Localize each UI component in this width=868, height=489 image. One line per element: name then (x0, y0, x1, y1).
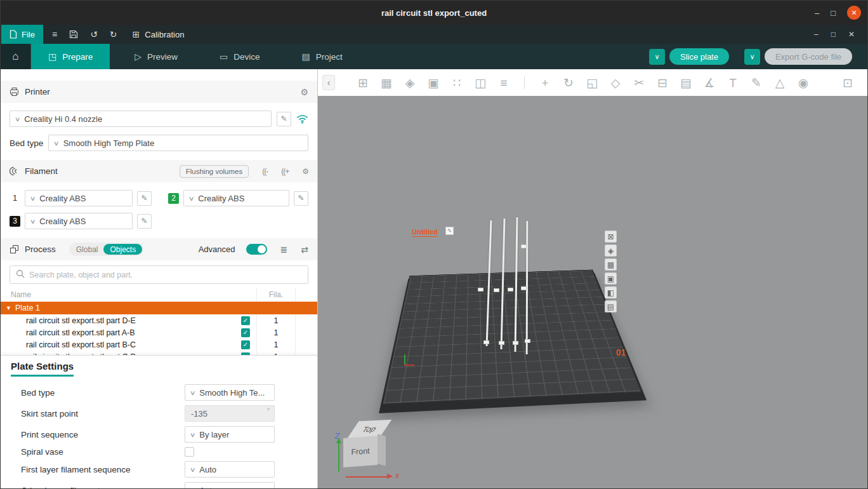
rail-joiner-model[interactable] (483, 340, 489, 344)
merge-icon[interactable]: ◫ (473, 77, 487, 89)
save-icon[interactable] (69, 30, 78, 39)
rail-joiner-model[interactable] (521, 286, 527, 290)
orientation-cube[interactable]: Top Front Z x (334, 415, 417, 486)
assembly-view-icon[interactable]: ⊡ (841, 77, 855, 89)
collapse-panel-button[interactable]: ‹ (322, 75, 335, 90)
export-gcode-button[interactable]: Export G-code file (765, 48, 852, 65)
plate-name-icon[interactable]: ▤ (605, 300, 617, 312)
tab-prepare[interactable]: ◳ Prepare (31, 44, 110, 69)
rail-joiner-model[interactable] (508, 288, 513, 291)
object-visible-checkbox[interactable]: ✓ (241, 316, 250, 325)
align-icon[interactable]: ≡ (497, 77, 511, 89)
rail-joiner-model[interactable] (499, 341, 504, 345)
cube-face-front[interactable]: Front (343, 436, 378, 467)
window-close-button[interactable]: ✕ (847, 6, 861, 20)
split-icon[interactable]: ⊟ (655, 77, 669, 89)
window-minimize-button[interactable]: – (815, 8, 819, 18)
printer-select[interactable]: ∨ Creality Hi 0.4 nozzle (10, 111, 272, 127)
scale-icon[interactable]: ◱ (585, 77, 599, 89)
parameter-list-icon[interactable]: ≣ (280, 245, 288, 255)
advanced-toggle[interactable] (246, 244, 267, 255)
scope-objects-button[interactable]: Objects (103, 244, 142, 255)
wifi-icon[interactable] (296, 114, 308, 124)
object-visible-checkbox[interactable]: ✓ (241, 352, 250, 356)
auto-orient-icon[interactable]: ◈ (403, 77, 417, 89)
lock-plate-icon[interactable]: ◧ (605, 286, 617, 298)
file-list-icon[interactable]: ≡ (52, 29, 57, 39)
clone-icon[interactable]: ∷ (450, 77, 464, 89)
tab-project[interactable]: ▤ Project (285, 44, 360, 69)
ps-bed-type-select[interactable]: ∨ Smooth High Te... (185, 384, 275, 401)
tab-preview[interactable]: ▷ Preview (117, 44, 195, 69)
compare-presets-icon[interactable]: ⇄ (301, 245, 308, 255)
object-row[interactable]: rail circuit stl export.stl part A-B ✓ 1 (1, 326, 317, 338)
collapse-triangle-icon[interactable]: ▼ (6, 305, 11, 311)
add-model-icon[interactable]: ⊞ (356, 77, 370, 89)
rail-joiner-model[interactable] (494, 288, 499, 292)
plate-name-label[interactable]: Untitled (412, 228, 438, 237)
edit-filament-3-icon[interactable]: ✎ (137, 214, 152, 229)
app-minimize-button[interactable]: – (814, 30, 819, 39)
arrange-icon[interactable]: ▦ (379, 77, 393, 89)
paint-icon[interactable]: ✎ (749, 77, 763, 89)
calibration-button[interactable]: ⊞ Calibration (133, 29, 185, 39)
printer-settings-icon[interactable]: ⚙ (300, 87, 308, 97)
add-filament-icon[interactable]: ((+ (281, 167, 289, 176)
rail-joiner-model[interactable] (525, 339, 530, 343)
edit-plate-name-icon[interactable]: ✎ (445, 227, 454, 235)
print-sequence-select[interactable]: ∨ By layer (185, 426, 275, 443)
object-row[interactable]: rail circuit stl export.stl part B-C ✓ 1 (1, 338, 317, 351)
app-close-button[interactable]: ✕ (848, 30, 855, 39)
cube-face-side[interactable] (378, 434, 386, 466)
object-row[interactable]: rail circuit stl export.stl part D-E ✓ 1 (1, 314, 317, 326)
scope-global-button[interactable]: Global (70, 245, 104, 254)
redo-icon[interactable]: ↻ (110, 29, 117, 39)
home-button[interactable]: ⌂ (1, 44, 31, 69)
object-visible-checkbox[interactable]: ✓ (241, 328, 250, 337)
filament-settings-icon[interactable]: ⚙ (302, 167, 308, 176)
arrange-plate-icon[interactable]: ▦ (605, 258, 617, 271)
cut-icon[interactable]: ✂ (632, 77, 646, 89)
support-paint-icon[interactable]: △ (773, 77, 787, 89)
window-maximize-button[interactable]: □ (831, 8, 836, 18)
flushing-volumes-button[interactable]: Flushing volumes (180, 165, 249, 178)
rotate-icon[interactable]: ↻ (562, 77, 575, 89)
object-row[interactable]: rail circuit stl export.stl part C-D ✓ 1 (1, 351, 317, 355)
first-layer-seq-select[interactable]: ∨ Auto (185, 461, 275, 478)
other-layers-seq-select[interactable]: ∨ Auto (185, 482, 275, 488)
tab-device[interactable]: ▭ Device (202, 44, 277, 69)
variable-layer-height-icon[interactable]: ▤ (679, 77, 693, 89)
filament-2-select[interactable]: ∨ Creality ABS (183, 190, 289, 206)
rail-joiner-model[interactable] (478, 288, 483, 291)
seam-paint-icon[interactable]: ◉ (796, 77, 810, 89)
viewport-3d[interactable]: ‹ ⊞▦◈▣∷◫≡+↻◱◇✂⊟▤∡T✎△◉⊡ Untitled ✎ 01 ⊠◈▦… (318, 69, 867, 488)
measure-icon[interactable]: ∡ (702, 77, 716, 89)
rail-joiner-model[interactable] (521, 245, 527, 248)
edit-filament-1-icon[interactable]: ✎ (137, 191, 152, 206)
delete-plate-icon[interactable]: ⊠ (605, 231, 617, 243)
lay-on-face-icon[interactable]: ◇ (608, 77, 622, 89)
file-menu-button[interactable]: File (1, 25, 43, 44)
move-icon[interactable]: + (538, 77, 552, 89)
spiral-vase-checkbox[interactable] (185, 447, 194, 457)
edit-printer-icon[interactable]: ✎ (277, 112, 291, 126)
edit-filament-2-icon[interactable]: ✎ (294, 191, 308, 206)
export-options-dropdown[interactable]: ∨ (744, 49, 760, 65)
auto-orient-plate-icon[interactable]: ◈ (605, 245, 617, 257)
text-tool-icon[interactable]: T (726, 77, 740, 89)
plate-settings-icon[interactable]: ▣ (605, 272, 617, 285)
slice-options-dropdown[interactable]: ∨ (649, 49, 665, 65)
rail-joiner-model[interactable] (513, 341, 518, 345)
remove-filament-icon[interactable]: ((- (262, 167, 268, 176)
search-input[interactable] (29, 271, 302, 279)
bed-type-select[interactable]: ∨ Smooth High Temp Plate (48, 135, 308, 151)
filament-1-select[interactable]: ∨ Creality ABS (25, 190, 133, 206)
undo-icon[interactable]: ↺ (90, 29, 98, 39)
filament-3-select[interactable]: ∨ Creality ABS (25, 213, 133, 229)
split-to-objects-icon[interactable]: ▣ (426, 77, 440, 89)
object-visible-checkbox[interactable]: ✓ (241, 340, 250, 349)
skirt-start-input[interactable]: -135 ° (185, 405, 275, 422)
plate-row[interactable]: ▼ Plate 1 (1, 302, 317, 314)
app-restore-button[interactable]: □ (831, 30, 836, 39)
slice-plate-button[interactable]: Slice plate (669, 48, 729, 65)
